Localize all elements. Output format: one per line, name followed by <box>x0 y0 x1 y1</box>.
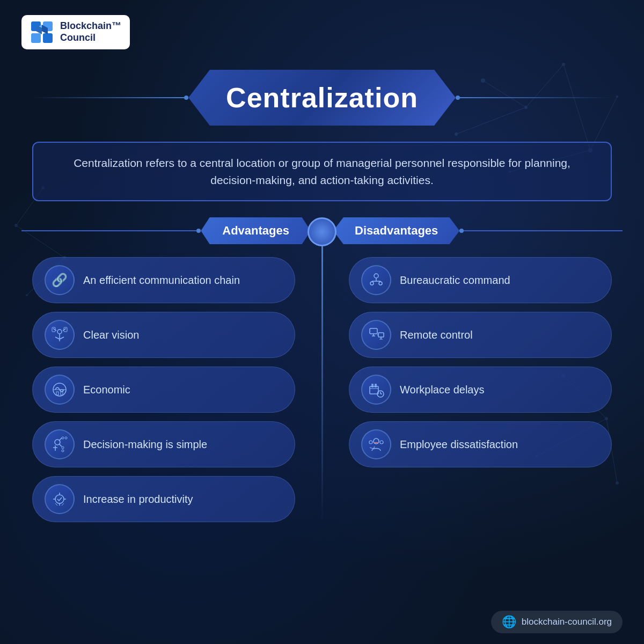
disadvantages-column: Disadvantages <box>322 217 623 522</box>
svg-point-64 <box>379 282 382 285</box>
svg-point-34 <box>57 330 62 334</box>
svg-rect-44 <box>56 392 58 395</box>
disadvantages-header-wrap: Disadvantages <box>322 217 623 244</box>
title-dot-right <box>456 96 460 100</box>
decision-icon <box>45 429 75 459</box>
title-line-right <box>460 97 612 98</box>
svg-rect-70 <box>370 328 377 334</box>
list-item: Decision-making is simple <box>32 421 295 467</box>
description-box: Centralization refers to a central locat… <box>32 142 612 201</box>
svg-line-36 <box>55 337 60 339</box>
advantages-list: 🔗 An efficient communication chain <box>21 257 322 522</box>
svg-line-61 <box>62 503 64 506</box>
item-label: An efficient communication chain <box>83 273 240 287</box>
logo-cube-icon <box>30 20 54 44</box>
list-item: Clear vision <box>32 312 295 358</box>
center-divider <box>308 217 336 522</box>
list-item: 🔗 An efficient communication chain <box>32 257 295 303</box>
item-label: Economic <box>83 383 130 397</box>
svg-rect-78 <box>372 384 373 387</box>
svg-rect-29 <box>31 33 41 43</box>
list-item: Employee dissatisfaction <box>349 421 612 467</box>
advantages-badge: Advantages <box>201 217 311 244</box>
advantages-header-wrap: Advantages <box>21 217 322 244</box>
title-line-left <box>32 97 184 98</box>
logo-text: Blockchain™ Council <box>60 20 121 43</box>
economic-icon <box>45 375 75 405</box>
center-line <box>321 246 323 522</box>
communication-icon: 🔗 <box>45 265 75 295</box>
disadvantages-list: Bureaucratic command <box>322 257 623 467</box>
item-label: Decision-making is simple <box>83 437 207 451</box>
svg-point-62 <box>374 274 378 278</box>
globe-icon: 🌐 <box>502 615 516 629</box>
svg-line-60 <box>55 503 57 506</box>
svg-line-37 <box>60 337 64 339</box>
svg-point-49 <box>65 437 67 439</box>
list-item: Workplace delays <box>349 367 612 413</box>
svg-rect-79 <box>375 384 376 387</box>
svg-line-47 <box>59 438 62 441</box>
item-label: Increase in productivity <box>83 492 193 506</box>
columns-section: Advantages 🔗 An efficient communication … <box>21 217 623 522</box>
item-label: Bureaucratic command <box>400 273 510 287</box>
disadvantages-line <box>464 230 623 231</box>
svg-rect-71 <box>378 333 384 337</box>
svg-point-48 <box>62 437 64 439</box>
svg-point-52 <box>62 450 64 452</box>
item-label: Remote control <box>400 328 473 342</box>
bureaucratic-icon <box>361 265 391 295</box>
list-item: Increase in productivity <box>32 476 295 522</box>
item-label: Clear vision <box>83 328 139 342</box>
description-text: Centralization refers to a central locat… <box>55 155 589 188</box>
dissatisfaction-icon <box>361 429 391 459</box>
disadvantages-badge: Disadvantages <box>333 217 459 244</box>
svg-rect-30 <box>43 33 53 43</box>
delays-icon <box>361 375 391 405</box>
svg-line-38 <box>53 328 56 331</box>
svg-line-50 <box>59 444 62 447</box>
svg-point-86 <box>380 441 383 444</box>
footer: 🌐 blockchain-council.org <box>491 611 623 633</box>
title-dot-left <box>184 96 188 100</box>
svg-point-51 <box>62 447 64 449</box>
advantages-dot <box>196 229 201 233</box>
header: Blockchain™ Council <box>0 0 644 64</box>
center-circle <box>308 217 336 246</box>
footer-url: blockchain-council.org <box>522 617 612 627</box>
list-item: Bureaucratic command <box>349 257 612 303</box>
item-label: Workplace delays <box>400 383 484 397</box>
svg-point-85 <box>369 441 372 444</box>
page-title: Centralization <box>226 82 418 114</box>
logo: Blockchain™ Council <box>21 15 130 49</box>
disadvantages-dot <box>459 229 464 233</box>
productivity-icon <box>45 484 75 514</box>
vision-icon <box>45 320 75 350</box>
svg-line-88 <box>370 448 374 449</box>
item-label: Employee dissatisfaction <box>400 437 518 451</box>
svg-line-39 <box>63 328 66 331</box>
svg-point-55 <box>55 495 64 503</box>
svg-rect-45 <box>61 390 63 395</box>
advantages-column: Advantages 🔗 An efficient communication … <box>21 217 322 522</box>
list-item: Economic <box>32 367 295 413</box>
list-item: Remote control <box>349 312 612 358</box>
svg-point-63 <box>370 282 374 285</box>
title-section: Centralization <box>32 70 612 126</box>
advantages-line <box>21 230 196 231</box>
title-hexagon: Centralization <box>188 70 456 126</box>
remote-icon <box>361 320 391 350</box>
